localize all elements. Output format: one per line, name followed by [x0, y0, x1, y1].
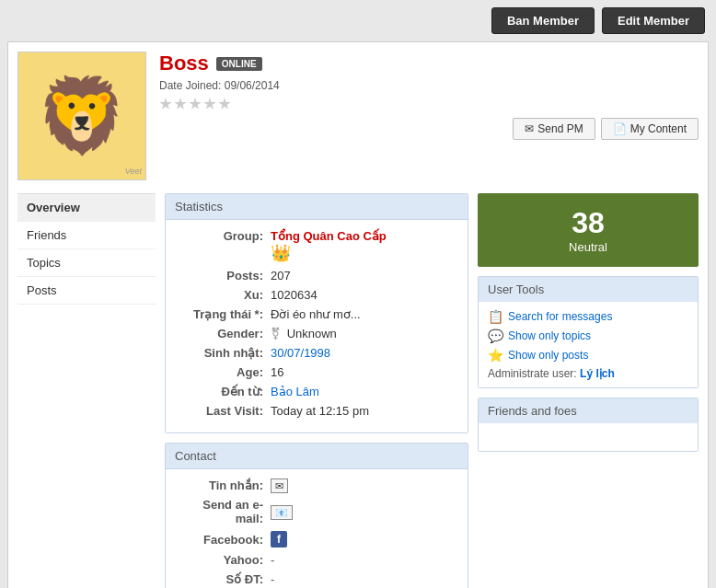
- gender-label: Gender:: [179, 327, 271, 340]
- contact-so-dt: Số ĐT: -: [179, 572, 455, 586]
- trang-thai-label: Trạng thái *:: [179, 307, 271, 321]
- search-messages-link[interactable]: Search for messages: [508, 310, 612, 323]
- left-navigation: Overview Friends Topics Posts: [17, 193, 156, 588]
- show-posts-icon: ⭐: [488, 348, 503, 363]
- group-value: Tổng Quân Cao Cấp: [271, 229, 387, 243]
- avatar-image: 🦁: [36, 79, 128, 153]
- contact-email: Send an e-mail: 📧: [179, 498, 455, 525]
- yahoo-value: -: [271, 553, 274, 567]
- star-3: [189, 98, 202, 110]
- join-date: Date Joined: 09/06/2014: [159, 79, 699, 92]
- nav-topics[interactable]: Topics: [17, 249, 156, 277]
- stat-xu: Xu: 1020634: [179, 288, 455, 302]
- last-visit-label: Last Visit:: [179, 404, 271, 418]
- sinh-nhat-value: 30/07/1998: [271, 346, 330, 360]
- so-dt-label: Số ĐT:: [179, 572, 271, 586]
- score-box: 38 Neutral: [478, 193, 699, 267]
- stat-gender: Gender: ⚧ Unknown: [179, 327, 455, 340]
- show-posts-link[interactable]: Show only posts: [508, 349, 588, 362]
- gender-icon: ⚧: [271, 327, 281, 340]
- sinh-nhat-label: Sinh nhật:: [179, 346, 271, 360]
- contact-yahoo: Yahoo: -: [179, 553, 455, 567]
- star-5: [218, 98, 231, 110]
- tin-nhan-label: Tin nhắn:: [179, 478, 271, 492]
- group-label: Group:: [179, 229, 271, 243]
- contact-tin-nhan: Tin nhắn: ✉: [179, 478, 455, 492]
- stat-group: Group: Tổng Quân Cao Cấp 👑: [179, 229, 455, 263]
- administrate-label: Administrate user:: [488, 367, 577, 380]
- star-2: [174, 98, 187, 110]
- facebook-icon[interactable]: f: [271, 531, 287, 548]
- ban-member-button[interactable]: Ban Member: [491, 7, 595, 34]
- score-number: 38: [491, 206, 686, 240]
- stat-age: Age: 16: [179, 365, 455, 379]
- stat-posts: Posts: 207: [179, 269, 455, 282]
- search-messages-icon: 📋: [488, 309, 503, 324]
- last-visit-value: Today at 12:15 pm: [271, 404, 369, 418]
- statistics-section: Statistics Group: Tổng Quân Cao Cấp 👑 Po…: [165, 193, 468, 433]
- nav-overview[interactable]: Overview: [17, 193, 156, 222]
- username: Boss: [159, 52, 209, 75]
- nav-friends[interactable]: Friends: [17, 222, 156, 249]
- stat-last-visit: Last Visit: Today at 12:15 pm: [179, 404, 455, 418]
- search-messages-item[interactable]: 📋 Search for messages: [488, 309, 688, 324]
- contact-section: Contact Tin nhắn: ✉ Send an e-mail: 📧: [165, 443, 468, 588]
- friends-foes-header: Friends and foes: [479, 398, 698, 423]
- star-rating: [159, 98, 699, 110]
- ly-lich-link[interactable]: Lý lịch: [580, 367, 615, 380]
- xu-value: 1020634: [271, 288, 318, 302]
- stat-den-tu: Đến từ: Bảo Lâm: [179, 385, 455, 398]
- tin-nhan-icon[interactable]: ✉: [271, 478, 288, 492]
- avatar: 🦁 Veet: [17, 52, 146, 180]
- den-tu-label: Đến từ:: [179, 385, 271, 398]
- crown-icon: 👑: [271, 244, 291, 262]
- stat-trang-thai: Trạng thái *: Đời éo như mơ...: [179, 307, 455, 321]
- my-content-button[interactable]: 📄 My Content: [601, 118, 699, 140]
- posts-label: Posts:: [179, 269, 271, 282]
- gender-value: ⚧ Unknown: [271, 327, 337, 340]
- age-label: Age:: [179, 365, 271, 379]
- show-topics-link[interactable]: Show only topics: [508, 329, 591, 342]
- stat-sinh-nhat: Sinh nhật: 30/07/1998: [179, 346, 455, 360]
- user-tools-header: User Tools: [479, 277, 698, 302]
- trang-thai-value: Đời éo như mơ...: [271, 307, 361, 321]
- contact-header: Contact: [166, 444, 468, 469]
- statistics-header: Statistics: [166, 194, 468, 220]
- email-label: Send an e-mail:: [179, 498, 271, 525]
- posts-value: 207: [271, 269, 291, 282]
- admin-row: Administrate user: Lý lịch: [488, 367, 688, 380]
- email-icon[interactable]: 📧: [271, 505, 293, 519]
- star-1: [159, 98, 172, 110]
- yahoo-label: Yahoo:: [179, 553, 271, 567]
- age-value: 16: [271, 365, 283, 379]
- show-topics-icon: 💬: [488, 329, 503, 343]
- contact-facebook: Facebook: f: [179, 531, 455, 548]
- pm-icon: ✉: [525, 122, 534, 135]
- friends-foes-section: Friends and foes: [478, 398, 699, 452]
- den-tu-value: Bảo Lâm: [271, 385, 319, 398]
- so-dt-value: -: [271, 572, 274, 586]
- online-badge: ONLINE: [216, 57, 262, 71]
- user-tools-section: User Tools 📋 Search for messages 💬 Show …: [478, 276, 699, 388]
- star-4: [203, 98, 216, 110]
- xu-label: Xu:: [179, 288, 271, 302]
- avatar-watermark: Veet: [125, 167, 142, 176]
- show-posts-item[interactable]: ⭐ Show only posts: [488, 348, 688, 363]
- nav-posts[interactable]: Posts: [17, 277, 156, 305]
- content-icon: 📄: [613, 122, 627, 135]
- edit-member-button[interactable]: Edit Member: [602, 7, 705, 34]
- facebook-label: Facebook:: [179, 533, 271, 547]
- score-label: Neutral: [569, 240, 607, 254]
- show-topics-item[interactable]: 💬 Show only topics: [488, 329, 688, 343]
- send-pm-button[interactable]: ✉ Send PM: [513, 118, 595, 140]
